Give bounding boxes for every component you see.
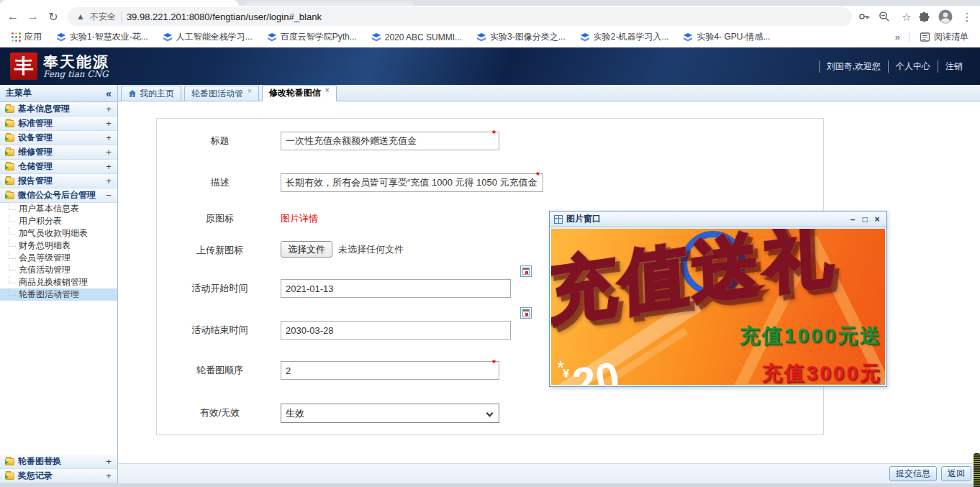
forward-icon[interactable]: → — [24, 10, 42, 23]
sidebar-group-carousel-replace[interactable]: 轮番图替换 + — [0, 455, 117, 469]
tab-edit-carousel[interactable]: 修改轮番图信 × — [262, 85, 337, 101]
popup-titlebar[interactable]: 图片窗口 – □ × — [550, 211, 886, 227]
sidebar-group-maintenance[interactable]: 维修管理 + — [0, 145, 117, 160]
browser-tab-active[interactable] — [0, 0, 239, 6]
back-button[interactable]: 返回 — [941, 466, 971, 481]
baidu-cloud-icon — [267, 32, 277, 42]
original-icon-label: 原图标 — [178, 209, 261, 228]
sidebar-item-carousel-activity[interactable]: 轮番图活动管理 — [0, 288, 117, 301]
sidebar-group-basic-info[interactable]: 基本信息管理 + — [0, 102, 117, 117]
sidebar-item-member-level[interactable]: 会员等级管理 — [0, 252, 117, 264]
bookmark-item[interactable]: 2020 ABC SUMMI... — [367, 31, 466, 44]
sidebar-group-equipment[interactable]: 设备管理 + — [0, 131, 117, 145]
folder-icon — [5, 458, 14, 465]
tab-home[interactable]: 我的主页 — [121, 86, 181, 101]
expand-icon[interactable]: + — [105, 456, 112, 467]
image-popup-window: 图片窗口 – □ × 充值送礼 — [549, 211, 887, 387]
folder-icon — [5, 178, 14, 185]
key-icon[interactable] — [858, 10, 875, 23]
expand-icon[interactable]: + — [105, 132, 112, 143]
extensions-puzzle-icon[interactable] — [918, 11, 935, 23]
expand-icon[interactable]: + — [105, 470, 112, 481]
sidebar: 主菜单 « 基本信息管理 + 标准管理 + 设备管理 + 维修管理 + — [0, 85, 118, 483]
expand-icon[interactable]: + — [105, 147, 112, 158]
url-bar[interactable]: ▲ 不安全 39.98.221.201:8080/fengtian/user/l… — [68, 7, 852, 26]
logout-link[interactable]: 注销 — [938, 60, 970, 73]
expand-icon[interactable]: + — [105, 176, 112, 186]
popup-title: 图片窗口 — [566, 213, 601, 225]
bookmark-item[interactable]: 实验4- GPU-情感... — [679, 29, 774, 45]
back-icon[interactable]: ← — [4, 10, 22, 23]
apps-shortcut[interactable]: 应用 — [7, 29, 46, 45]
bookmark-item[interactable]: 实验3-图像分类之... — [472, 29, 570, 45]
submit-button[interactable]: 提交信息 — [889, 466, 937, 481]
browser-tab-inactive[interactable] — [245, 1, 414, 6]
url-text[interactable]: 39.98.221.201:8080/fengtian/user/login#_… — [127, 12, 322, 22]
sidebar-item-gas-collection[interactable]: 加气员收款明细表 — [0, 227, 117, 240]
app-header: 丰 奉天能源 Feng tian CNG 刘国奇,欢迎您 个人中心 注销 — [0, 47, 980, 85]
sidebar-group-standard[interactable]: 标准管理 + — [0, 117, 117, 131]
reading-list-button[interactable]: 阅读清单 — [915, 29, 973, 45]
title-input[interactable] — [281, 132, 499, 150]
browser-menu-icon[interactable]: ⋮ — [958, 12, 976, 22]
bookmark-label: 实验1-智慧农业-花... — [70, 31, 148, 43]
bookmarks-overflow-chevron[interactable]: » — [892, 32, 903, 42]
close-icon[interactable]: × — [872, 214, 882, 224]
sidebar-group-warehouse[interactable]: 仓储管理 + — [0, 160, 117, 174]
sidebar-item-goods-exchange[interactable]: 商品兑换核销管理 — [0, 276, 117, 288]
bookmark-item[interactable]: 人工智能全栈学习... — [158, 29, 257, 45]
minimize-icon[interactable]: – — [848, 214, 858, 224]
choose-file-button[interactable]: 选择文件 — [281, 241, 332, 258]
required-asterisk: * — [492, 128, 496, 139]
sidebar-group-wechat-admin[interactable]: 微信公众号后台管理 − — [0, 188, 117, 203]
image-detail-link[interactable]: 图片详情 — [281, 213, 318, 224]
tab-label: 我的主页 — [140, 88, 174, 100]
sidebar-collapse-icon[interactable]: « — [106, 88, 112, 99]
sidebar-group-report[interactable]: 报告管理 + — [0, 174, 117, 188]
folder-icon — [5, 135, 14, 142]
reload-icon[interactable]: ↻ — [45, 10, 62, 24]
profile-link[interactable]: 个人中心 — [888, 60, 938, 73]
group-label: 报告管理 — [18, 175, 53, 187]
bookmark-item[interactable]: 实验2-机器学习入... — [576, 29, 673, 45]
calendar-icon[interactable] — [520, 307, 532, 319]
title-label: 标题 — [178, 132, 261, 150]
order-input[interactable] — [281, 361, 499, 380]
sidebar-item-recharge-activity[interactable]: 充值活动管理 — [0, 264, 117, 276]
baidu-cloud-icon — [580, 32, 590, 42]
tab-close-icon[interactable]: × — [325, 86, 330, 96]
group-label: 微信公众号后台管理 — [18, 189, 96, 201]
tab-carousel-management[interactable]: 轮番图活动管 × — [184, 86, 259, 101]
bookmark-item[interactable]: 百度云智学院Pyth... — [263, 29, 361, 45]
form-row-status: 有效/无效 生效 — [157, 404, 823, 422]
status-select[interactable]: 生效 — [281, 404, 499, 423]
maximize-icon[interactable]: □ — [860, 214, 870, 224]
expand-icon[interactable]: + — [105, 118, 112, 129]
tab-close-icon[interactable]: × — [248, 86, 252, 96]
banner-currency: ¥ — [563, 367, 569, 381]
sidebar-item-user-info[interactable]: 用户基本信息表 — [0, 203, 117, 215]
page-tabbar: 我的主页 轮番图活动管 × 修改轮番图信 × — [118, 85, 980, 101]
zoom-out-icon[interactable] — [878, 10, 895, 23]
required-asterisk: * — [536, 170, 540, 181]
collapse-minus-icon[interactable]: − — [105, 190, 112, 201]
popup-body: 充值送礼 充值1000元送 充值3000元 * ¥ 20 — [550, 227, 886, 386]
no-file-note: 未选择任何文件 — [338, 243, 404, 256]
calendar-icon[interactable] — [520, 265, 532, 277]
group-label: 标准管理 — [18, 117, 53, 129]
bookmark-item[interactable]: 实验1-智慧农业-花... — [52, 29, 153, 45]
tab-label: 轮番图活动管 — [191, 88, 243, 100]
sidebar-item-user-points[interactable]: 用户积分表 — [0, 215, 117, 227]
bookmark-star-icon[interactable]: ☆ — [898, 12, 915, 22]
expand-icon[interactable]: + — [105, 161, 112, 172]
expand-icon[interactable]: + — [105, 104, 112, 114]
end-time-input[interactable] — [281, 321, 511, 340]
avatar[interactable] — [938, 9, 956, 24]
bookmark-label: 实验4- GPU-情感... — [697, 31, 770, 43]
description-input[interactable] — [281, 173, 543, 192]
start-time-input[interactable] — [281, 279, 511, 298]
sidebar-group-reward-record[interactable]: 奖惩记录 + — [0, 469, 117, 483]
folder-icon — [5, 120, 14, 127]
scrollbar-thumb[interactable] — [974, 453, 980, 487]
sidebar-item-finance-detail[interactable]: 财务总明细表 — [0, 240, 117, 252]
